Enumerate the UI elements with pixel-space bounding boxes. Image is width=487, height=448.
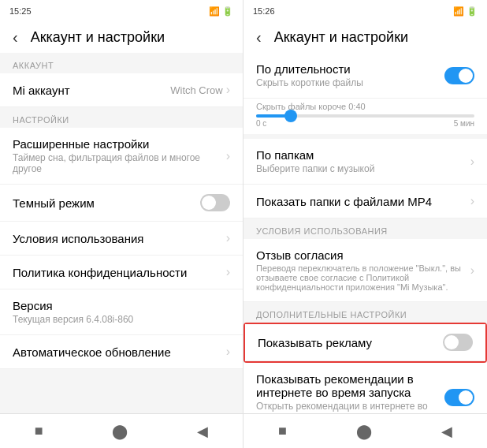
terms-title: Условия использования	[13, 232, 226, 245]
advanced-title: Расширенные настройки	[13, 137, 226, 151]
duration-subtitle: Скрыть короткие файлы	[256, 77, 444, 88]
duration-toggle[interactable]	[444, 67, 474, 84]
slider-track[interactable]	[256, 114, 474, 118]
status-time-left: 15:25	[9, 6, 32, 16]
list-item-auto-update[interactable]: Автоматическое обновление ›	[0, 335, 243, 369]
status-bar-left: 15:25 📶 🔋	[0, 0, 243, 22]
mi-account-value: Witch Crow	[170, 84, 222, 96]
list-item-terms[interactable]: Условия использования ›	[0, 222, 243, 256]
nav-square-icon[interactable]: ■	[35, 423, 43, 439]
folders-subtitle: Выберите папки с музыкой	[256, 163, 470, 174]
version-title: Версия	[13, 299, 230, 312]
section-header-additional: ДОПОЛНИТЕЛЬНЫЕ НАСТРОЙКИ	[244, 302, 487, 323]
slider-max: 5 мин	[454, 119, 474, 128]
version-subtitle: Текущая версия 6.4.08i-860	[13, 314, 230, 325]
page-title-left: Аккаунт и настройки	[31, 29, 165, 46]
chevron-icon: ›	[226, 345, 230, 359]
list-item-mp4[interactable]: Показать папки с файлами MP4 ›	[244, 185, 487, 218]
status-bar-right: 15:26 📶 🔋	[244, 0, 487, 22]
nav-back-icon[interactable]: ◀	[197, 423, 208, 440]
recommendations-title: Показывать рекомендации в интернете во в…	[256, 372, 444, 399]
auto-update-title: Автоматическое обновление	[13, 345, 226, 359]
list-item-ads[interactable]: Показывать рекламу	[245, 324, 485, 361]
slider-container: Скрыть файлы короче 0:40 0 с 5 мин	[244, 99, 487, 134]
nav-circle-icon[interactable]: ⬤	[112, 423, 128, 440]
top-bar-left: ‹ Аккаунт и настройки	[0, 22, 243, 53]
right-panel: 15:26 📶 🔋 ‹ Аккаунт и настройки По длите…	[244, 0, 487, 448]
chevron-icon: ›	[226, 231, 230, 245]
back-button-right[interactable]: ‹	[256, 28, 262, 47]
back-button-left[interactable]: ‹	[13, 28, 18, 47]
left-panel: 15:25 📶 🔋 ‹ Аккаунт и настройки АККАУНТ …	[0, 0, 244, 448]
chevron-icon: ›	[226, 83, 230, 97]
nav-circle-icon-right[interactable]: ⬤	[356, 423, 372, 440]
section-header-settings: НАСТРОЙКИ	[0, 107, 243, 128]
consent-title: Отзыв согласия	[256, 248, 470, 262]
list-item-folders[interactable]: По папкам Выберите папки с музыкой ›	[244, 139, 487, 185]
consent-subtitle: Переводя переключатель в положение "Выкл…	[256, 263, 470, 292]
recommendations-toggle[interactable]	[444, 389, 474, 406]
recommendations-subtitle: Открыть рекомендации в интернете во врем…	[256, 401, 444, 413]
privacy-title: Политика конфиденциальности	[13, 266, 226, 279]
list-item-recommendations[interactable]: Показывать рекомендации в интернете во в…	[244, 363, 487, 413]
list-item-version: Версия Текущая версия 6.4.08i-860	[0, 289, 243, 335]
ads-toggle[interactable]	[443, 334, 473, 351]
mi-account-title: Mi аккаунт	[13, 84, 170, 97]
nav-square-icon-right[interactable]: ■	[278, 423, 287, 439]
page-title-right: Аккаунт и настройки	[274, 29, 408, 46]
content-right: По длительности Скрыть короткие файлы Ск…	[244, 53, 487, 413]
content-left: АККАУНТ Mi аккаунт Witch Crow › НАСТРОЙК…	[0, 53, 243, 413]
slider-thumb[interactable]	[284, 110, 297, 122]
highlight-box: Показывать рекламу	[244, 323, 487, 363]
nav-back-icon-right[interactable]: ◀	[441, 423, 452, 440]
bottom-nav-left: ■ ⬤ ◀	[0, 413, 243, 448]
advanced-subtitle: Таймер сна, фильтрация файлов и многое д…	[13, 152, 226, 174]
chevron-icon: ›	[226, 149, 230, 163]
dark-mode-toggle[interactable]	[200, 194, 230, 211]
bottom-nav-right: ■ ⬤ ◀	[244, 413, 487, 448]
ads-title: Показывать рекламу	[258, 336, 443, 349]
section-header-terms: УСЛОВИЯ ИСПОЛЬЗОВАНИЯ	[244, 218, 487, 239]
chevron-icon: ›	[470, 263, 474, 278]
chevron-icon: ›	[470, 194, 474, 208]
mp4-title: Показать папки с файлами MP4	[256, 195, 470, 208]
list-item-advanced[interactable]: Расширенные настройки Таймер сна, фильтр…	[0, 128, 243, 185]
status-icons-right: 📶 🔋	[453, 6, 478, 17]
section-header-account: АККАУНТ	[0, 53, 243, 73]
folders-title: По папкам	[256, 148, 470, 162]
list-item-mi-account[interactable]: Mi аккаунт Witch Crow ›	[0, 73, 243, 107]
dark-mode-title: Темный режим	[13, 196, 200, 210]
list-item-dark-mode[interactable]: Темный режим	[0, 185, 243, 222]
list-item-privacy[interactable]: Политика конфиденциальности ›	[0, 256, 243, 289]
list-item-consent[interactable]: Отзыв согласия Переводя переключатель в …	[244, 239, 487, 302]
chevron-icon: ›	[470, 155, 474, 169]
top-bar-right: ‹ Аккаунт и настройки	[244, 22, 487, 53]
status-time-right: 15:26	[253, 6, 275, 16]
slider-min: 0 с	[256, 119, 266, 128]
duration-title: По длительности	[256, 62, 444, 76]
chevron-icon: ›	[226, 265, 230, 279]
status-icons-left: 📶 🔋	[209, 6, 233, 17]
list-item-duration[interactable]: По длительности Скрыть короткие файлы	[244, 53, 487, 99]
